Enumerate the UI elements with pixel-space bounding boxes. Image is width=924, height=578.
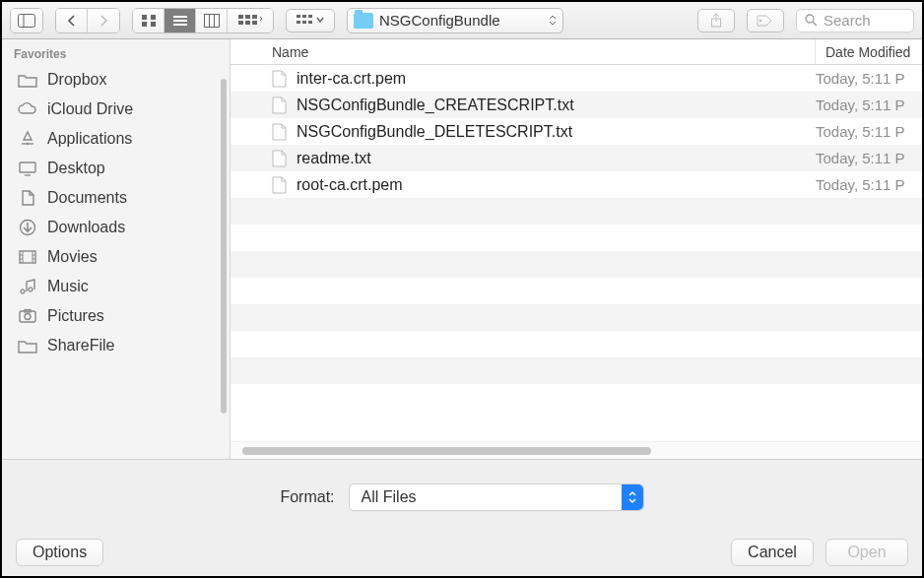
file-name: NSGConfigBundle_DELETESCRIPT.txt (297, 123, 572, 141)
table-row[interactable]: NSGConfigBundle_CREATESCRIPT.txt Today, … (231, 92, 922, 118)
file-date: Today, 5:11 P (816, 150, 922, 166)
search-placeholder: Search (824, 12, 871, 29)
svg-rect-12 (238, 15, 243, 19)
svg-point-30 (27, 143, 29, 145)
gallery-view-button[interactable] (228, 9, 273, 32)
file-rows: inter-ca.crt.pem Today, 5:11 P NSGConfig… (231, 65, 922, 441)
tags-button[interactable] (747, 9, 784, 32)
table-row[interactable]: inter-ca.crt.pem Today, 5:11 P (231, 65, 922, 92)
toolbar: NSGConfigBundle Search (2, 2, 922, 39)
svg-rect-19 (302, 15, 306, 18)
svg-point-27 (806, 15, 814, 23)
sidebar-item-dropbox[interactable]: Dropbox (2, 65, 230, 95)
sidebar-item-sharefile[interactable]: ShareFile (2, 331, 230, 360)
forward-button[interactable] (88, 9, 119, 32)
file-list: Name Date Modified inter-ca.crt.pem Toda… (231, 39, 922, 459)
sidebar-item-icloud[interactable]: iCloud Drive (2, 95, 230, 124)
column-header-date-modified[interactable]: Date Modified (816, 39, 922, 64)
file-date: Today, 5:11 P (816, 176, 922, 193)
toggle-sidebar-button[interactable] (11, 9, 42, 32)
sidebar-item-label: Dropbox (47, 71, 106, 89)
sidebar-item-label: Movies (47, 248, 98, 266)
table-row (231, 225, 922, 251)
main-area: Favorites Dropbox iCloud Drive Applicati… (2, 39, 922, 459)
format-row: Format: All Files (16, 483, 908, 511)
sidebar-item-downloads[interactable]: Downloads (2, 213, 230, 242)
svg-line-28 (813, 22, 817, 26)
file-name: NSGConfigBundle_CREATESCRIPT.txt (297, 96, 574, 114)
sidebar-item-label: Music (47, 278, 89, 295)
table-row (231, 251, 922, 278)
horizontal-scrollbar-track (231, 441, 922, 459)
search-input[interactable]: Search (796, 9, 914, 32)
sidebar-item-music[interactable]: Music (2, 272, 230, 301)
file-date: Today, 5:11 P (816, 123, 922, 140)
sidebar-item-applications[interactable]: Applications (2, 124, 230, 154)
table-row (231, 198, 922, 225)
svg-rect-42 (20, 311, 35, 322)
table-row (231, 331, 922, 357)
table-row (231, 384, 922, 411)
svg-rect-4 (142, 22, 147, 27)
sidebar-heading: Favorites (2, 39, 230, 65)
desktop-icon (18, 160, 37, 177)
svg-rect-18 (297, 15, 300, 18)
sidebar-scrollbar[interactable] (221, 79, 227, 414)
table-row[interactable]: NSGConfigBundle_DELETESCRIPT.txt Today, … (231, 118, 922, 145)
svg-rect-16 (245, 21, 250, 25)
open-button[interactable]: Open (825, 539, 908, 566)
column-view-button[interactable] (196, 9, 228, 32)
sidebar-item-desktop[interactable]: Desktop (2, 154, 230, 183)
svg-rect-3 (151, 15, 156, 20)
sidebar-item-label: iCloud Drive (47, 100, 133, 118)
folder-icon (18, 71, 37, 89)
svg-rect-17 (252, 21, 257, 25)
icon-view-button[interactable] (133, 9, 165, 32)
location-dropdown[interactable]: NSGConfigBundle (347, 8, 563, 33)
sidebar: Favorites Dropbox iCloud Drive Applicati… (2, 39, 231, 459)
download-icon (18, 219, 37, 236)
cancel-button[interactable]: Cancel (731, 539, 814, 566)
file-icon (272, 176, 287, 194)
options-button[interactable]: Options (16, 539, 103, 566)
share-button[interactable] (697, 9, 735, 32)
table-row (231, 304, 922, 331)
sidebar-item-label: Pictures (47, 307, 104, 325)
sidebar-item-movies[interactable]: Movies (2, 242, 230, 272)
list-view-button[interactable] (165, 9, 196, 32)
table-row[interactable]: readme.txt Today, 5:11 P (231, 145, 922, 171)
file-icon (272, 123, 287, 141)
svg-rect-21 (297, 21, 300, 24)
svg-rect-5 (151, 22, 156, 27)
format-value: All Files (362, 488, 417, 506)
action-row: Options Cancel Open (16, 539, 908, 566)
horizontal-scrollbar[interactable] (242, 447, 651, 455)
sidebar-toggle-group (10, 8, 43, 33)
back-button[interactable] (56, 9, 88, 32)
folder-icon (18, 337, 37, 354)
sidebar-item-documents[interactable]: Documents (2, 183, 230, 213)
sidebar-item-label: ShareFile (47, 337, 114, 354)
chevron-updown-icon (622, 484, 643, 510)
music-icon (18, 278, 37, 295)
column-header-name[interactable]: Name (231, 39, 816, 64)
table-row (231, 357, 922, 384)
svg-rect-35 (20, 251, 35, 263)
svg-rect-13 (245, 15, 250, 19)
svg-rect-20 (308, 15, 312, 18)
table-row[interactable]: root-ca.crt.pem Today, 5:11 P (231, 171, 922, 198)
format-select[interactable]: All Files (349, 483, 644, 511)
file-name: readme.txt (297, 150, 371, 167)
sidebar-item-label: Documents (47, 189, 127, 207)
file-date: Today, 5:11 P (816, 96, 922, 113)
svg-rect-15 (238, 21, 243, 25)
movies-icon (18, 248, 37, 266)
svg-rect-23 (308, 21, 312, 24)
sidebar-item-pictures[interactable]: Pictures (2, 301, 230, 331)
file-date: Today, 5:11 P (816, 70, 922, 87)
file-icon (272, 150, 287, 167)
applications-icon (18, 130, 37, 148)
group-by-button[interactable] (286, 9, 335, 32)
table-row (231, 278, 922, 304)
svg-rect-0 (19, 14, 35, 27)
